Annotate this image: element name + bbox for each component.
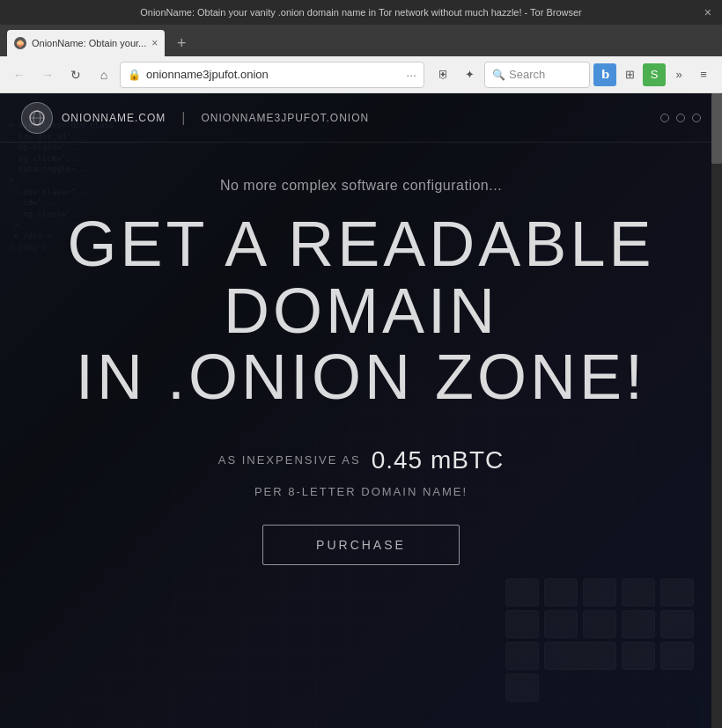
hero-content: No more complex software configuration..…	[0, 143, 722, 592]
tab-close-button[interactable]: ×	[151, 37, 158, 49]
price-value: 0.45 mBTC	[372, 446, 505, 474]
logo-name: ONIONNAME.COM	[62, 112, 166, 124]
active-tab[interactable]: 🧅 OnionName: Obtain your... ×	[7, 30, 165, 56]
hero-title: GET A READABLE DOMAIN IN .ONION ZONE!	[68, 211, 655, 411]
nav-dot-3	[692, 114, 701, 122]
bookmarks-icon[interactable]: ⊞	[618, 63, 641, 86]
security-icons: ⛨ ✦	[431, 63, 481, 86]
title-bar: OnionName: Obtain your vanity .onion dom…	[0, 0, 722, 25]
hero-title-line1: GET A READABLE	[68, 211, 655, 278]
logo-svg	[28, 109, 46, 127]
address-more-icon[interactable]: ···	[406, 68, 416, 82]
hero-price-row: AS INEXPENSIVE AS 0.45 mBTC	[218, 446, 505, 474]
addon-icon[interactable]: S	[643, 63, 666, 86]
reload-button[interactable]: ↻	[63, 63, 88, 87]
search-icon: 🔍	[492, 69, 505, 81]
shield-icon[interactable]: ⛨	[431, 63, 454, 86]
nav-dot-2	[676, 114, 685, 122]
search-input[interactable]: Search	[509, 68, 545, 81]
hero-title-line2: DOMAIN	[68, 278, 655, 345]
price-label: AS INEXPENSIVE AS	[218, 453, 361, 467]
home-button[interactable]: ⌂	[92, 63, 116, 87]
security-lock-icon: 🔒	[128, 69, 141, 81]
hero-subtitle: No more complex software configuration..…	[220, 178, 502, 194]
nav-dot-1	[660, 114, 669, 122]
site-container: < div class="div_class" id="div_id" ng-c…	[0, 93, 722, 728]
window-title: OnionName: Obtain your vanity .onion dom…	[140, 7, 582, 18]
more-tools-icon[interactable]: »	[667, 63, 690, 86]
forward-icon: →	[41, 68, 54, 82]
firefox-icon[interactable]: 𝗯	[593, 63, 616, 86]
tab-favicon: 🧅	[14, 37, 26, 49]
reload-icon: ↻	[70, 68, 81, 82]
home-icon: ⌂	[100, 68, 107, 82]
menu-icon[interactable]: ≡	[692, 63, 715, 86]
forward-button[interactable]: →	[35, 63, 60, 87]
back-button[interactable]: ←	[7, 63, 32, 87]
site-nav: ONIONNAME.COM | ONIONNAME3JPUFOT.ONION	[0, 93, 722, 143]
tab-title: OnionName: Obtain your...	[32, 38, 146, 48]
search-box[interactable]: 🔍 Search	[484, 62, 590, 88]
toolbar-icons: 𝗯 ⊞ S » ≡	[593, 63, 715, 86]
address-bar[interactable]: 🔒 onionname3jpufot.onion ···	[120, 62, 424, 88]
back-icon: ←	[13, 68, 26, 82]
privacy-icon[interactable]: ✦	[458, 63, 481, 86]
logo-onion-address: ONIONNAME3JPUFOT.ONION	[202, 112, 370, 124]
site-logo: ONIONNAME.COM | ONIONNAME3JPUFOT.ONION	[21, 102, 369, 134]
logo-icon	[21, 102, 53, 134]
scrollbar[interactable]	[711, 93, 722, 728]
scrollbar-thumb[interactable]	[711, 93, 722, 164]
nav-bar: ← → ↻ ⌂ 🔒 onionname3jpufot.onion ··· ⛨ ✦…	[0, 56, 722, 93]
per-domain-label: PER 8-LETTER DOMAIN NAME!	[254, 485, 468, 498]
address-text: onionname3jpufot.onion	[146, 68, 401, 81]
new-tab-button[interactable]: +	[168, 30, 195, 56]
logo-separator: |	[181, 110, 185, 126]
site-nav-dots	[660, 114, 701, 122]
hero-title-line3: IN .ONION ZONE!	[68, 344, 655, 411]
close-window-button[interactable]: ×	[704, 5, 711, 19]
tab-bar: 🧅 OnionName: Obtain your... × +	[0, 25, 722, 56]
purchase-button[interactable]: PURCHASE	[262, 525, 460, 565]
